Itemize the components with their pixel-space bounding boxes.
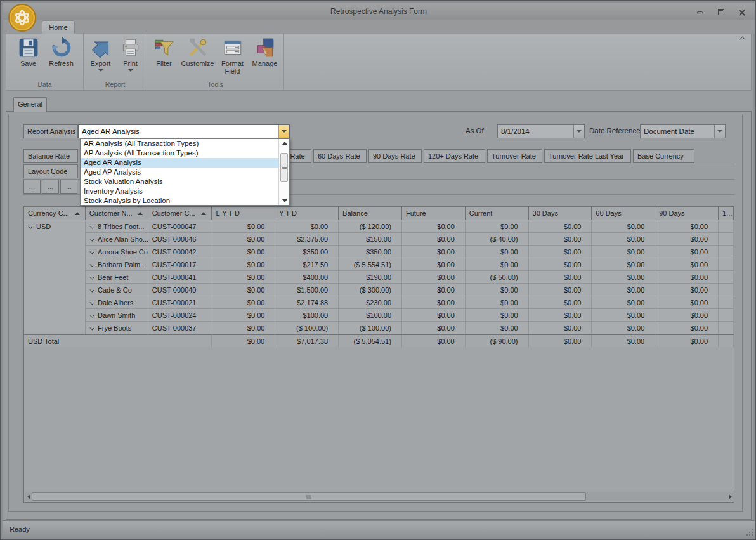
field-button--[interactable]: ... xyxy=(23,180,41,194)
table-row[interactable]: Aurora Shoe CoCUST-000042$0.00$350.00$35… xyxy=(86,246,734,258)
amount-cell: $0.00 xyxy=(402,271,466,284)
popup-vertical-scrollbar[interactable] xyxy=(278,139,289,205)
amount-cell: ($ 300.00) xyxy=(339,284,402,296)
refresh-button[interactable]: Refresh xyxy=(46,37,77,79)
currency-group-cell[interactable]: USD xyxy=(24,220,86,334)
expand-chevron-icon[interactable] xyxy=(89,313,94,317)
expand-chevron-icon[interactable] xyxy=(89,300,94,305)
manage-button[interactable]: Manage xyxy=(249,37,281,79)
export-button[interactable]: Export xyxy=(86,37,115,79)
column-header-customer-c-[interactable]: Customer C... xyxy=(148,207,212,220)
field-button-90-days-rate[interactable]: 90 Days Rate xyxy=(368,149,422,163)
customer-name-cell: Cade & Co xyxy=(86,284,148,296)
button-label: Refresh xyxy=(49,60,74,67)
minimize-button[interactable] xyxy=(695,8,705,16)
horizontal-scrollbar-thumb[interactable] xyxy=(32,492,586,501)
date-reference-label: Date Reference xyxy=(589,127,641,135)
customer-code-cell: CUST-000024 xyxy=(148,309,212,322)
resize-grip[interactable] xyxy=(745,528,753,536)
report-analysis-dropdown-button[interactable] xyxy=(278,125,289,138)
tab-home[interactable]: Home xyxy=(42,20,75,34)
column-header-currency-c-[interactable]: Currency C... xyxy=(24,207,86,220)
expand-chevron-icon[interactable] xyxy=(89,326,94,330)
date-reference-dropdown-button[interactable] xyxy=(714,125,725,138)
amount-cell: $0.00 xyxy=(402,322,466,334)
dropdown-item[interactable]: AP Analysis (All Transaction Types) xyxy=(81,148,278,158)
report-analysis-combo[interactable]: Aged AR Analysis xyxy=(78,124,290,138)
customer-code-cell: CUST-000017 xyxy=(148,258,212,271)
column-header-customer-n-[interactable]: Customer N... xyxy=(86,207,148,220)
print-dropdown-arrow-icon[interactable] xyxy=(128,69,133,72)
tab-general[interactable]: General xyxy=(13,97,47,112)
table-row[interactable]: Barbara Palm...CUST-000017$0.00$217.50($… xyxy=(86,258,734,271)
amount-cell: $0.00 xyxy=(529,309,592,322)
format-field-button[interactable]: Format Field xyxy=(218,37,248,79)
column-header-y-t-d[interactable]: Y-T-D xyxy=(275,207,339,220)
as-of-dropdown-button[interactable] xyxy=(573,125,584,138)
field-button-turnover-rate[interactable]: Turnover Rate xyxy=(487,149,542,163)
field-button-120-days-rate[interactable]: 120+ Days Rate xyxy=(424,149,485,163)
dropdown-item[interactable]: Stock Analysis by Location xyxy=(81,196,278,206)
filter-button[interactable]: Filter xyxy=(150,37,178,79)
column-header-balance[interactable]: Balance xyxy=(339,207,402,220)
field-button-base-currency[interactable]: Base Currency xyxy=(633,149,694,163)
button-label: Customize xyxy=(181,60,214,67)
refresh-icon xyxy=(51,37,72,58)
expand-chevron-icon[interactable] xyxy=(89,249,94,254)
collapse-ribbon-chevron-icon[interactable] xyxy=(739,36,746,43)
field-button--[interactable]: ... xyxy=(60,180,77,194)
as-of-date-field[interactable]: 8/1/2014 xyxy=(497,124,585,138)
popup-scroll-up-button[interactable] xyxy=(280,139,289,147)
table-row[interactable]: Dawn SmithCUST-000024$0.00$100.00$100.00… xyxy=(86,309,734,322)
column-header-90-days[interactable]: 90 Days xyxy=(655,207,719,220)
field-button-60-days-rate[interactable]: 60 Days Rate xyxy=(313,149,367,163)
customer-name: Frye Boots xyxy=(98,324,131,332)
column-header-l-y-t-d[interactable]: L-Y-T-D xyxy=(212,207,275,220)
title-bar[interactable]: Retrospective Analysis Form xyxy=(3,3,755,20)
total-amount-cell: ($ 5,054.51) xyxy=(339,335,402,347)
export-dropdown-arrow-icon[interactable] xyxy=(98,69,103,72)
status-text: Ready xyxy=(10,525,30,533)
field-button-balance-rate[interactable]: Balance Rate xyxy=(23,149,78,163)
table-row[interactable]: Frye BootsCUST-000037$0.00($ 100.00)($ 1… xyxy=(86,322,734,334)
popup-scrollbar-thumb[interactable] xyxy=(280,153,288,182)
print-button[interactable]: Print xyxy=(117,37,145,79)
date-reference-combo[interactable]: Document Date xyxy=(640,124,726,138)
expand-chevron-icon[interactable] xyxy=(89,262,94,267)
column-header-30-days[interactable]: 30 Days xyxy=(529,207,592,220)
table-row[interactable]: Alice Alan Sho...CUST-000046$0.00$2,375.… xyxy=(86,233,734,246)
expand-chevron-icon[interactable] xyxy=(89,287,94,292)
expand-chevron-icon[interactable] xyxy=(89,275,94,279)
column-header-future[interactable]: Future xyxy=(402,207,466,220)
customer-name-cell: Alice Alan Sho... xyxy=(86,233,148,246)
save-button[interactable]: Save xyxy=(13,37,44,79)
app-menu-button[interactable] xyxy=(7,3,37,33)
expand-chevron-icon[interactable] xyxy=(89,224,94,228)
restore-button[interactable] xyxy=(716,8,726,16)
table-row[interactable]: Bear FeetCUST-000041$0.00$400.00$190.00$… xyxy=(86,271,734,284)
column-header-60-days[interactable]: 60 Days xyxy=(592,207,655,220)
table-row[interactable]: 8 Tribes Foot...CUST-000047$0.00$0.00($ … xyxy=(86,220,734,233)
dropdown-item[interactable]: Aged AR Analysis xyxy=(81,158,278,168)
column-header-current[interactable]: Current xyxy=(466,207,529,220)
table-row[interactable]: Dale AlbersCUST-000021$0.00$2,174.88$230… xyxy=(86,296,734,309)
dropdown-item[interactable]: Aged AP Analysis xyxy=(81,168,278,177)
column-header-1-[interactable]: 1... xyxy=(719,207,734,220)
horizontal-scrollbar[interactable] xyxy=(25,492,734,501)
expand-chevron-icon[interactable] xyxy=(89,237,94,241)
customize-button[interactable]: Customize xyxy=(179,37,216,79)
close-button[interactable] xyxy=(737,8,747,16)
popup-scroll-down-button[interactable] xyxy=(280,197,289,205)
dropdown-item[interactable]: Stock Valuation Analysis xyxy=(81,177,278,187)
field-button-layout-code[interactable]: Layout Code xyxy=(23,164,78,178)
amount-cell: $100.00 xyxy=(339,309,402,322)
amount-cell: ($ 100.00) xyxy=(275,322,339,334)
table-row[interactable]: Cade & CoCUST-000040$0.00$1,500.00($ 300… xyxy=(86,284,734,296)
field-button-turnover-rate-last-year[interactable]: Turnover Rate Last Year xyxy=(544,149,631,163)
ribbon-group-label: Data xyxy=(6,79,83,90)
dropdown-item[interactable]: Inventory Analysis xyxy=(81,187,278,196)
field-button--[interactable]: ... xyxy=(42,180,59,194)
scroll-right-button[interactable] xyxy=(726,492,734,501)
collapse-chevron-icon[interactable] xyxy=(28,224,32,228)
dropdown-item[interactable]: AR Analysis (All Transaction Types) xyxy=(81,139,278,148)
